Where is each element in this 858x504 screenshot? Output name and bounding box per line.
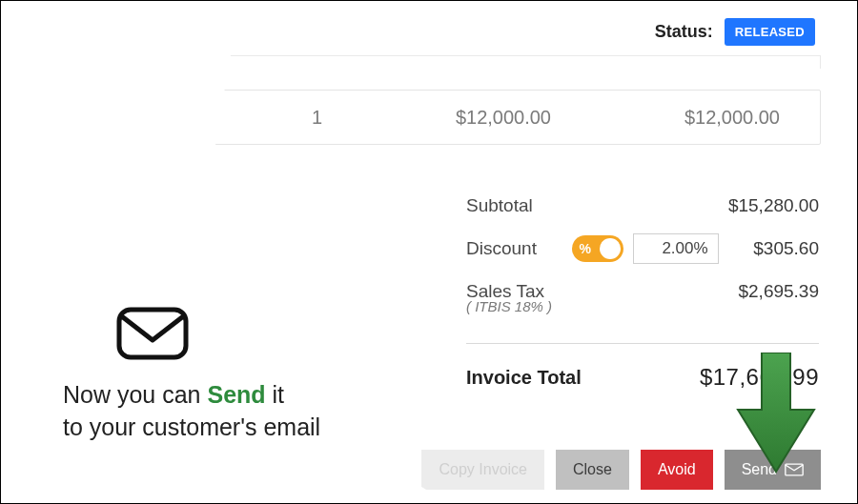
send-button[interactable]: Send — [725, 450, 821, 490]
promo-send-word: Send — [207, 381, 265, 408]
toggle-knob — [600, 238, 621, 259]
total-value: $17,669.99 — [700, 364, 819, 391]
discount-value: $305.60 — [753, 238, 819, 259]
discount-controls: % — [572, 233, 719, 264]
svg-rect-0 — [786, 464, 803, 475]
envelope-icon — [785, 463, 804, 476]
tax-value: $2,695.39 — [738, 281, 819, 302]
status-label: Status: — [655, 22, 713, 42]
discount-row: Discount % $305.60 — [466, 225, 819, 272]
table-header-placeholder — [0, 55, 821, 69]
total-label: Invoice Total — [466, 367, 582, 389]
action-bar: Copy Invoice Close Avoid Send — [421, 450, 821, 490]
avoid-button[interactable]: Avoid — [641, 450, 713, 490]
promo-line2: to your customer's email — [63, 412, 320, 444]
summary-block: Subtotal $15,280.00 Discount % $305.60 S… — [466, 187, 819, 399]
send-button-label: Send — [742, 461, 777, 478]
line-item-row: 1 $12,000.00 $12,000.00 — [0, 90, 821, 145]
percent-symbol: % — [580, 241, 591, 256]
line-amount: $12,000.00 — [637, 107, 780, 129]
total-row: Invoice Total $17,669.99 — [466, 355, 819, 399]
promo-block: Now you can Send it to your customer's e… — [63, 306, 320, 444]
envelope-icon — [115, 306, 190, 361]
subtotal-value: $15,280.00 — [728, 195, 819, 216]
discount-input[interactable] — [633, 233, 719, 264]
line-price: $12,000.00 — [408, 107, 551, 129]
status-row: Status: RELEASED — [0, 18, 821, 46]
promo-line1-post: it — [266, 381, 284, 408]
svg-rect-1 — [119, 310, 186, 357]
promo-text: Now you can Send it to your customer's e… — [63, 379, 320, 444]
discount-label: Discount — [466, 238, 537, 259]
copy-invoice-button[interactable]: Copy Invoice — [421, 450, 544, 490]
subtotal-row: Subtotal $15,280.00 — [466, 187, 819, 225]
status-badge: RELEASED — [725, 18, 815, 46]
promo-line1-pre: Now you can — [63, 381, 207, 408]
line-qty: 1 — [294, 107, 322, 129]
discount-percent-toggle[interactable]: % — [572, 235, 623, 262]
close-button[interactable]: Close — [556, 450, 629, 490]
subtotal-label: Subtotal — [466, 195, 533, 216]
summary-divider — [466, 343, 819, 344]
